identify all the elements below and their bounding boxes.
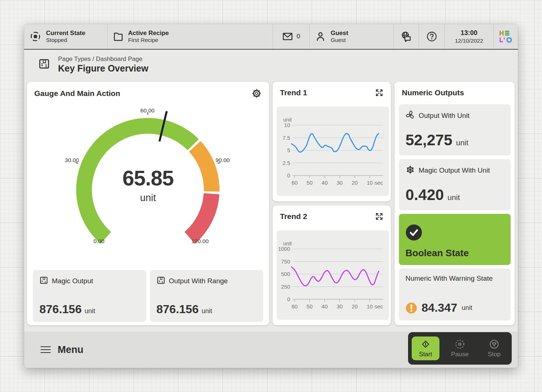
numeric-outputs-title: Numeric Outputs <box>402 88 464 97</box>
gauge-chart: 0.0030.0060.0090.00120.00 65.85 unit <box>27 101 269 267</box>
svg-text:60: 60 <box>292 303 298 310</box>
numeric-with-warning-unit: unit <box>462 304 472 312</box>
breadcrumb: 1 1 Page Types / Dashboard Page Key Figu… <box>24 50 518 80</box>
svg-text:1: 1 <box>41 280 43 283</box>
messages-count: 0 <box>297 33 300 40</box>
date-value: 12/10/2022 <box>455 37 483 44</box>
svg-text:5: 5 <box>287 147 290 153</box>
active-recipe-value: First Recipe <box>128 37 169 43</box>
bottom-bar: Menu Start Pause <box>24 331 518 368</box>
settings-button[interactable] <box>251 88 262 99</box>
output-with-unit-unit: unit <box>456 138 468 147</box>
stop-button[interactable]: Stop <box>480 337 508 360</box>
svg-text:1000: 1000 <box>278 246 290 252</box>
output-with-range-unit: unit <box>201 307 212 315</box>
gauge-card-title: Gauge And Main Action <box>34 89 120 98</box>
svg-text:750: 750 <box>281 258 290 265</box>
trend1-card: Trend 1 unit107.552.50605040302010sec <box>273 82 391 201</box>
gauge-and-main-action-card: Gauge And Main Action <box>27 82 269 325</box>
user-icon <box>315 31 326 42</box>
svg-text:40: 40 <box>322 303 328 310</box>
trend2-title: Trend 2 <box>280 212 307 221</box>
svg-text:10: 10 <box>284 122 290 128</box>
language-button[interactable] <box>394 24 419 49</box>
helio-logo-icon <box>499 28 512 45</box>
svg-text:1: 1 <box>45 64 47 68</box>
stopped-state-icon <box>29 30 42 43</box>
magic-output-with-unit-unit: unit <box>447 193 460 202</box>
helio-logo <box>494 24 517 49</box>
magic-output-with-unit-value: 0.420 <box>405 186 444 204</box>
user-role: Guest <box>331 37 348 43</box>
svg-text:sec: sec <box>374 303 383 310</box>
output-with-range-tile: 1 1 Output With Range 876.156 unit <box>150 270 264 322</box>
warning-icon <box>405 302 417 314</box>
svg-text:1: 1 <box>45 280 46 284</box>
messages-button[interactable]: 0 <box>273 24 310 49</box>
svg-text:500: 500 <box>281 271 290 277</box>
gauge-tick-label: 90.00 <box>216 157 230 164</box>
expand-icon <box>375 212 384 221</box>
magic-output-label: Magic Output <box>52 277 93 285</box>
output-with-unit-tile: Output With Unit 52,275 unit <box>399 104 511 155</box>
hamburger-icon <box>40 345 51 354</box>
svg-text:2.5: 2.5 <box>282 160 290 166</box>
svg-text:20: 20 <box>351 180 358 186</box>
pause-button[interactable]: Pause <box>446 337 474 360</box>
svg-text:sec: sec <box>374 180 383 186</box>
trend1-expand-button[interactable] <box>375 88 384 97</box>
svg-text:1: 1 <box>158 280 160 283</box>
numeric-with-warning-tile: Numeric With Warning State 84.347 unit <box>399 269 511 320</box>
boolean-state-label: Boolean State <box>405 247 504 259</box>
menu-button[interactable]: Menu <box>40 344 84 356</box>
trend1-chart: unit107.552.50605040302010sec <box>277 107 389 196</box>
user-button[interactable]: Guest Guest <box>310 24 394 49</box>
stop-icon <box>489 339 500 350</box>
page-title: Key Figure Overview <box>58 63 148 74</box>
language-globe-icon <box>400 30 412 43</box>
trend1-title: Trend 1 <box>280 88 307 97</box>
help-button[interactable] <box>419 24 445 49</box>
output-with-range-value: 876.156 <box>157 303 199 316</box>
svg-text:50: 50 <box>307 303 313 310</box>
trend2-card: Trend 2 unit10007505002500605040302010se… <box>273 205 391 325</box>
svg-text:0: 0 <box>287 296 290 302</box>
magic-output-unit: unit <box>85 307 95 315</box>
svg-text:250: 250 <box>281 284 290 290</box>
svg-text:10: 10 <box>367 303 373 310</box>
desktop-background: { "topbar": { "current_state": { "label"… <box>0 0 542 392</box>
dashboard-page-icon: 1 1 <box>157 276 165 286</box>
stop-label: Stop <box>488 351 501 358</box>
dashboard-page-icon: 1 1 <box>38 58 50 71</box>
time-value: 13:00 <box>461 29 477 37</box>
breadcrumb-path: Page Types / Dashboard Page <box>58 55 148 63</box>
machine-control-cluster: Start Pause Stop <box>408 332 512 365</box>
help-icon <box>426 31 438 42</box>
start-label: Start <box>419 351 432 358</box>
output-with-unit-label: Output With Unit <box>419 112 469 120</box>
user-name: Guest <box>331 30 348 37</box>
snowflake-icon <box>405 165 415 176</box>
fan-icon <box>405 110 415 121</box>
top-status-bar: Current State Stopped Active Recipe Firs… <box>24 24 518 50</box>
app-window: Current State Stopped Active Recipe Firs… <box>24 24 518 368</box>
folder-icon <box>113 31 124 42</box>
numeric-with-warning-value: 84.347 <box>422 301 457 315</box>
gear-icon <box>251 88 262 99</box>
magic-output-with-unit-tile: Magic Output With Unit 0.420 unit <box>399 159 511 210</box>
gauge-tick-label: 60.00 <box>141 107 155 114</box>
svg-text:30: 30 <box>337 303 343 310</box>
svg-text:1: 1 <box>41 62 43 67</box>
clock-display: 13:00 12/10/2022 <box>445 24 494 49</box>
active-recipe-button[interactable]: Active Recipe First Recipe <box>108 24 273 49</box>
trend2-expand-button[interactable] <box>375 212 384 221</box>
svg-text:10: 10 <box>367 180 373 186</box>
dashboard-page-icon: 1 1 <box>39 276 48 286</box>
gauge-tick-label: 0.00 <box>93 238 104 245</box>
pause-label: Pause <box>451 351 469 358</box>
pause-icon <box>454 339 465 350</box>
start-button[interactable]: Start <box>412 337 439 360</box>
current-state-value: Stopped <box>46 37 85 43</box>
current-state-display: Current State Stopped <box>24 24 108 49</box>
svg-text:1: 1 <box>161 280 163 284</box>
